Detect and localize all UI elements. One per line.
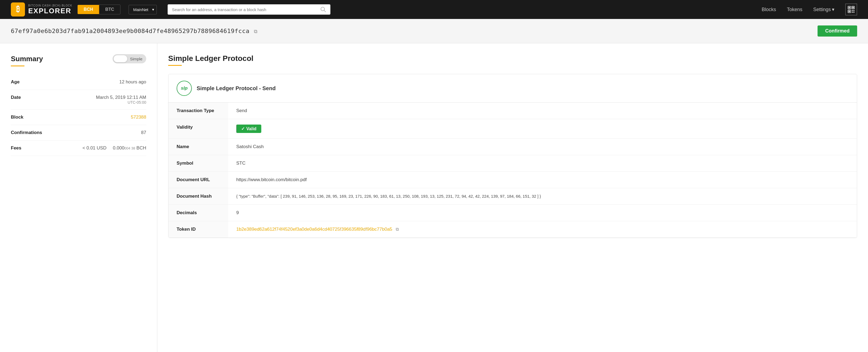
doc-url-label: Document URL	[168, 172, 228, 188]
slp-row-decimals: Decimals 9	[168, 205, 857, 221]
fees-value: < 0.01 USD 0.000004 38 BCH	[60, 141, 146, 156]
slp-row-validity: Validity ✓ Valid	[168, 119, 857, 139]
decimals-label: Decimals	[168, 205, 228, 221]
svg-rect-5	[848, 7, 850, 8]
slp-row-name: Name Satoshi Cash	[168, 139, 857, 155]
fees-usd: < 0.01 USD	[83, 145, 106, 150]
copy-hash-icon[interactable]: ⧉	[254, 29, 257, 34]
token-id-value: 1b2e389ed62a612f74f4520ef3a0de0a6d4cd407…	[228, 221, 857, 238]
txhash-text: 67ef97a0e6b203d7fab91a2004893ee9b0084d7f…	[11, 28, 250, 34]
summary-title: Summary	[11, 55, 43, 63]
summary-row-age: Age 12 hours ago	[11, 74, 146, 90]
navbar: ₿ BITCOIN CASH (BCH) BLOCK EXPLORER BCH …	[0, 0, 868, 19]
qr-icon[interactable]	[845, 3, 857, 15]
summary-header: Summary Simple	[11, 54, 146, 63]
svg-rect-11	[854, 10, 855, 11]
date-label: Date	[11, 90, 60, 110]
toggle-wrap[interactable]: Simple	[113, 54, 146, 63]
doc-hash-value: { "type": "Buffer", "data": [ 239, 91, 1…	[228, 188, 857, 205]
doc-hash-text: { "type": "Buffer", "data": [ 239, 91, 1…	[236, 194, 541, 199]
fees-label: Fees	[11, 141, 60, 156]
token-id-link[interactable]: 1b2e389ed62a612f74f4520ef3a0de0a6d4cd407…	[236, 226, 392, 232]
txhash-bar: 67ef97a0e6b203d7fab91a2004893ee9b0084d7f…	[0, 19, 868, 43]
network-btns: BCH BTC	[78, 5, 120, 14]
left-panel: Summary Simple Age 12 hours ago Date Mar…	[0, 43, 157, 352]
confirmations-value: 87	[60, 125, 146, 141]
nav-tokens[interactable]: Tokens	[787, 7, 802, 12]
slp-row-doc-hash: Document Hash { "type": "Buffer", "data"…	[168, 188, 857, 205]
doc-url-value: https://www.bitcoin.com/bitcoin.pdf	[228, 172, 857, 188]
txhash-left: 67ef97a0e6b203d7fab91a2004893ee9b0084d7f…	[11, 28, 257, 34]
nav-settings[interactable]: Settings ▾	[813, 6, 834, 12]
date-value: March 5, 2019 12:11 AM UTC-05:00	[60, 90, 146, 110]
slp-logo-icon: slp	[177, 81, 192, 96]
fees-bch-main: 0.000	[113, 145, 124, 150]
logo-text: BITCOIN CASH (BCH) BLOCK EXPLORER	[28, 4, 72, 15]
summary-row-date: Date March 5, 2019 12:11 AM UTC-05:00	[11, 90, 146, 110]
svg-text:₿: ₿	[16, 5, 20, 13]
logo-icon: ₿	[11, 2, 25, 16]
svg-rect-13	[854, 12, 855, 13]
logo-area: ₿ BITCOIN CASH (BCH) BLOCK EXPLORER	[11, 2, 72, 16]
slp-logo-text: slp	[181, 85, 188, 91]
valid-text: Valid	[246, 127, 256, 131]
svg-line-3	[324, 10, 326, 12]
date-tz: UTC-05:00	[60, 100, 146, 105]
main-content: Summary Simple Age 12 hours ago Date Mar…	[0, 43, 868, 352]
summary-row-block: Block 572388	[11, 110, 146, 125]
checkmark-icon: ✓	[241, 126, 245, 131]
copy-token-id-icon[interactable]: ⧉	[396, 227, 399, 232]
svg-rect-7	[852, 7, 854, 8]
decimals-value: 9	[228, 205, 857, 221]
bch-button[interactable]: BCH	[78, 5, 99, 14]
nav-blocks[interactable]: Blocks	[762, 7, 776, 12]
confirmed-badge: Confirmed	[817, 26, 857, 37]
age-value: 12 hours ago	[60, 74, 146, 90]
slp-card-header: slp Simple Ledger Protocol - Send	[168, 74, 857, 103]
age-label: Age	[11, 74, 60, 90]
right-panel: Simple Ledger Protocol slp Simple Ledger…	[157, 43, 868, 352]
validity-label: Validity	[168, 119, 228, 139]
doc-hash-label: Document Hash	[168, 188, 228, 205]
summary-row-confirmations: Confirmations 87	[11, 125, 146, 141]
navbar-right: Blocks Tokens Settings ▾	[762, 3, 857, 15]
toggle-label: Simple	[127, 56, 145, 62]
slp-card: slp Simple Ledger Protocol - Send Transa…	[168, 74, 857, 238]
tx-type-label: Transaction Type	[168, 103, 228, 119]
confirmations-label: Confirmations	[11, 125, 60, 141]
symbol-label: Symbol	[168, 155, 228, 172]
block-value: 572388	[60, 110, 146, 125]
slp-row-symbol: Symbol STC	[168, 155, 857, 172]
fees-bch-unit: BCH	[136, 145, 146, 150]
search-bar	[167, 4, 330, 14]
toggle-knob	[114, 55, 127, 62]
tx-type-value: Send	[228, 103, 857, 119]
valid-badge: ✓ Valid	[236, 125, 261, 133]
network-select-wrap[interactable]: MainNet TestNet	[129, 5, 157, 14]
search-input[interactable]	[172, 7, 320, 12]
fees-bch-small: 004 38	[124, 146, 135, 150]
summary-table: Age 12 hours ago Date March 5, 2019 12:1…	[11, 74, 146, 156]
name-value: Satoshi Cash	[228, 139, 857, 155]
slp-section-title: Simple Ledger Protocol	[168, 54, 857, 63]
block-link[interactable]: 572388	[131, 114, 146, 120]
btc-button[interactable]: BTC	[99, 5, 120, 14]
slp-row-tx-type: Transaction Type Send	[168, 103, 857, 119]
svg-rect-9	[848, 10, 850, 12]
slp-row-token-id: Token ID 1b2e389ed62a612f74f4520ef3a0de0…	[168, 221, 857, 238]
slp-card-title: Simple Ledger Protocol - Send	[197, 85, 276, 92]
summary-row-fees: Fees < 0.01 USD 0.000004 38 BCH	[11, 141, 146, 156]
chevron-down-icon: ▾	[832, 6, 834, 12]
summary-underline	[11, 66, 24, 66]
token-id-label: Token ID	[168, 221, 228, 238]
block-label: Block	[11, 110, 60, 125]
validity-value: ✓ Valid	[228, 119, 857, 139]
date-main: March 5, 2019 12:11 AM	[60, 95, 146, 100]
name-label: Name	[168, 139, 228, 155]
svg-rect-10	[852, 10, 853, 11]
svg-rect-12	[852, 12, 853, 13]
network-select[interactable]: MainNet TestNet	[129, 5, 157, 14]
doc-url-link[interactable]: https://www.bitcoin.com/bitcoin.pdf	[236, 177, 307, 182]
navbar-left: ₿ BITCOIN CASH (BCH) BLOCK EXPLORER BCH …	[11, 2, 330, 16]
slp-underline	[168, 65, 182, 66]
